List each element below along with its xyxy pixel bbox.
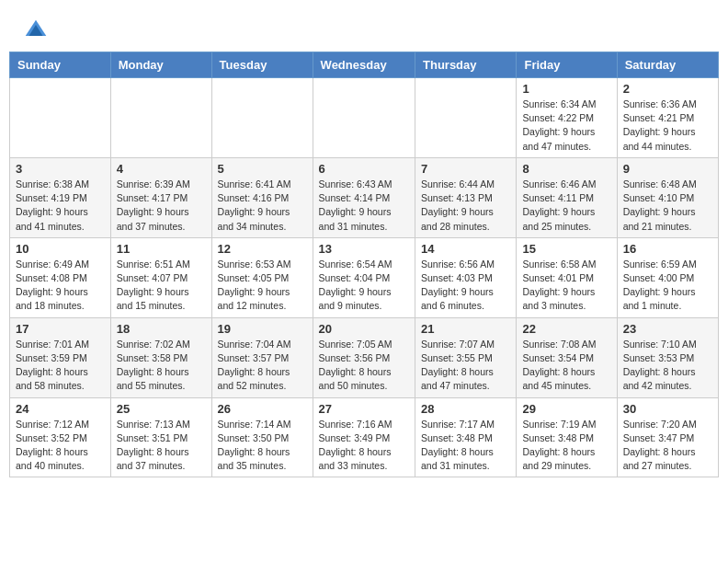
col-header-thursday: Thursday: [415, 52, 517, 78]
day-info: Sunrise: 6:39 AM Sunset: 4:17 PM Dayligh…: [117, 178, 206, 234]
calendar-cell: 13Sunrise: 6:54 AM Sunset: 4:04 PM Dayli…: [313, 237, 415, 317]
day-number: 7: [421, 162, 510, 176]
day-number: 11: [117, 242, 206, 256]
calendar-cell: 30Sunrise: 7:20 AM Sunset: 3:47 PM Dayli…: [617, 397, 718, 477]
calendar-cell: 20Sunrise: 7:05 AM Sunset: 3:56 PM Dayli…: [313, 317, 415, 397]
calendar-week-row: 17Sunrise: 7:01 AM Sunset: 3:59 PM Dayli…: [10, 317, 719, 397]
col-header-sunday: Sunday: [10, 52, 111, 78]
day-number: 5: [218, 162, 307, 176]
calendar-cell: 28Sunrise: 7:17 AM Sunset: 3:48 PM Dayli…: [415, 397, 517, 477]
calendar-cell: 4Sunrise: 6:39 AM Sunset: 4:17 PM Daylig…: [110, 157, 211, 237]
col-header-monday: Monday: [110, 52, 211, 78]
day-number: 6: [319, 162, 409, 176]
day-info: Sunrise: 6:54 AM Sunset: 4:04 PM Dayligh…: [319, 258, 409, 314]
day-number: 8: [522, 162, 610, 176]
day-number: 3: [16, 162, 105, 176]
col-header-wednesday: Wednesday: [313, 52, 415, 78]
day-info: Sunrise: 6:43 AM Sunset: 4:14 PM Dayligh…: [319, 178, 409, 234]
calendar-cell: 17Sunrise: 7:01 AM Sunset: 3:59 PM Dayli…: [10, 317, 111, 397]
calendar-cell: 1Sunrise: 6:34 AM Sunset: 4:22 PM Daylig…: [517, 78, 617, 158]
day-info: Sunrise: 6:46 AM Sunset: 4:11 PM Dayligh…: [522, 178, 610, 234]
day-number: 12: [218, 242, 307, 256]
day-number: 4: [117, 162, 206, 176]
calendar-cell: 16Sunrise: 6:59 AM Sunset: 4:00 PM Dayli…: [617, 237, 718, 317]
day-info: Sunrise: 6:53 AM Sunset: 4:05 PM Dayligh…: [218, 258, 307, 314]
calendar-wrapper: SundayMondayTuesdayWednesdayThursdayFrid…: [0, 52, 728, 487]
day-number: 9: [623, 162, 712, 176]
day-info: Sunrise: 7:04 AM Sunset: 3:57 PM Dayligh…: [218, 338, 307, 394]
day-info: Sunrise: 7:13 AM Sunset: 3:51 PM Dayligh…: [117, 418, 206, 474]
day-number: 25: [117, 402, 206, 416]
calendar-week-row: 24Sunrise: 7:12 AM Sunset: 3:52 PM Dayli…: [10, 397, 719, 477]
calendar-week-row: 1Sunrise: 6:34 AM Sunset: 4:22 PM Daylig…: [10, 78, 719, 158]
day-info: Sunrise: 6:36 AM Sunset: 4:21 PM Dayligh…: [623, 98, 712, 154]
calendar-cell: 3Sunrise: 6:38 AM Sunset: 4:19 PM Daylig…: [10, 157, 111, 237]
day-info: Sunrise: 6:58 AM Sunset: 4:01 PM Dayligh…: [522, 258, 610, 314]
calendar-cell: 29Sunrise: 7:19 AM Sunset: 3:48 PM Dayli…: [517, 397, 617, 477]
day-info: Sunrise: 7:12 AM Sunset: 3:52 PM Dayligh…: [16, 418, 105, 474]
calendar-cell: [10, 78, 111, 158]
calendar-cell: 2Sunrise: 6:36 AM Sunset: 4:21 PM Daylig…: [617, 78, 718, 158]
day-info: Sunrise: 7:10 AM Sunset: 3:53 PM Dayligh…: [623, 338, 712, 394]
day-number: 30: [623, 402, 712, 416]
day-number: 29: [522, 402, 610, 416]
calendar-cell: [110, 78, 211, 158]
calendar-week-row: 3Sunrise: 6:38 AM Sunset: 4:19 PM Daylig…: [10, 157, 719, 237]
day-info: Sunrise: 7:17 AM Sunset: 3:48 PM Dayligh…: [421, 418, 510, 474]
calendar-header-row: SundayMondayTuesdayWednesdayThursdayFrid…: [10, 52, 719, 78]
day-info: Sunrise: 6:49 AM Sunset: 4:08 PM Dayligh…: [16, 258, 105, 314]
calendar-cell: 21Sunrise: 7:07 AM Sunset: 3:55 PM Dayli…: [415, 317, 517, 397]
calendar-cell: 11Sunrise: 6:51 AM Sunset: 4:07 PM Dayli…: [110, 237, 211, 317]
calendar-cell: 26Sunrise: 7:14 AM Sunset: 3:50 PM Dayli…: [211, 397, 313, 477]
calendar-cell: 18Sunrise: 7:02 AM Sunset: 3:58 PM Dayli…: [110, 317, 211, 397]
calendar-cell: 5Sunrise: 6:41 AM Sunset: 4:16 PM Daylig…: [211, 157, 313, 237]
day-number: 14: [421, 242, 510, 256]
day-info: Sunrise: 6:34 AM Sunset: 4:22 PM Dayligh…: [522, 98, 610, 154]
logo: [22, 17, 53, 44]
calendar-cell: 19Sunrise: 7:04 AM Sunset: 3:57 PM Dayli…: [211, 317, 313, 397]
calendar-cell: 12Sunrise: 6:53 AM Sunset: 4:05 PM Dayli…: [211, 237, 313, 317]
calendar-cell: 25Sunrise: 7:13 AM Sunset: 3:51 PM Dayli…: [110, 397, 211, 477]
calendar-cell: [211, 78, 313, 158]
calendar-cell: 10Sunrise: 6:49 AM Sunset: 4:08 PM Dayli…: [10, 237, 111, 317]
calendar-cell: 8Sunrise: 6:46 AM Sunset: 4:11 PM Daylig…: [517, 157, 617, 237]
day-info: Sunrise: 7:02 AM Sunset: 3:58 PM Dayligh…: [117, 338, 206, 394]
day-info: Sunrise: 6:48 AM Sunset: 4:10 PM Dayligh…: [623, 178, 712, 234]
day-number: 10: [16, 242, 105, 256]
day-number: 27: [319, 402, 409, 416]
calendar-table: SundayMondayTuesdayWednesdayThursdayFrid…: [9, 52, 719, 477]
day-info: Sunrise: 6:59 AM Sunset: 4:00 PM Dayligh…: [623, 258, 712, 314]
day-info: Sunrise: 7:14 AM Sunset: 3:50 PM Dayligh…: [218, 418, 307, 474]
day-info: Sunrise: 7:16 AM Sunset: 3:49 PM Dayligh…: [319, 418, 409, 474]
col-header-friday: Friday: [517, 52, 617, 78]
day-number: 2: [623, 82, 712, 96]
day-info: Sunrise: 7:20 AM Sunset: 3:47 PM Dayligh…: [623, 418, 712, 474]
day-number: 24: [16, 402, 105, 416]
day-number: 18: [117, 322, 206, 336]
day-number: 20: [319, 322, 409, 336]
day-info: Sunrise: 6:41 AM Sunset: 4:16 PM Dayligh…: [218, 178, 307, 234]
calendar-cell: 9Sunrise: 6:48 AM Sunset: 4:10 PM Daylig…: [617, 157, 718, 237]
day-info: Sunrise: 6:56 AM Sunset: 4:03 PM Dayligh…: [421, 258, 510, 314]
page-header: [0, 0, 728, 52]
day-number: 22: [522, 322, 610, 336]
calendar-cell: [415, 78, 517, 158]
day-number: 28: [421, 402, 510, 416]
day-number: 17: [16, 322, 105, 336]
day-number: 23: [623, 322, 712, 336]
calendar-cell: [313, 78, 415, 158]
day-number: 19: [218, 322, 307, 336]
calendar-cell: 7Sunrise: 6:44 AM Sunset: 4:13 PM Daylig…: [415, 157, 517, 237]
day-info: Sunrise: 6:44 AM Sunset: 4:13 PM Dayligh…: [421, 178, 510, 234]
calendar-cell: 15Sunrise: 6:58 AM Sunset: 4:01 PM Dayli…: [517, 237, 617, 317]
logo-icon: [22, 17, 50, 44]
day-number: 16: [623, 242, 712, 256]
day-number: 21: [421, 322, 510, 336]
calendar-cell: 6Sunrise: 6:43 AM Sunset: 4:14 PM Daylig…: [313, 157, 415, 237]
day-info: Sunrise: 7:01 AM Sunset: 3:59 PM Dayligh…: [16, 338, 105, 394]
calendar-cell: 22Sunrise: 7:08 AM Sunset: 3:54 PM Dayli…: [517, 317, 617, 397]
day-number: 26: [218, 402, 307, 416]
day-number: 13: [319, 242, 409, 256]
day-info: Sunrise: 7:05 AM Sunset: 3:56 PM Dayligh…: [319, 338, 409, 394]
day-number: 15: [522, 242, 610, 256]
